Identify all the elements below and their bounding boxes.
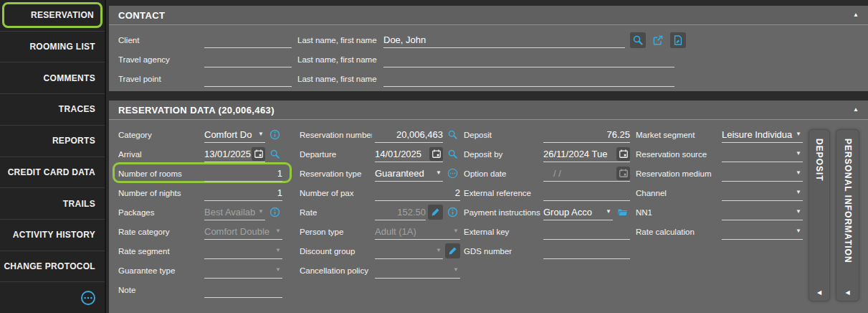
- contact-row-travel-agency: Travel agency Last name, first name: [109, 50, 868, 69]
- rate-calculation-label: Rate calculation: [636, 222, 719, 241]
- travel-agency-name-input[interactable]: [383, 50, 674, 69]
- nn1-label: NN1: [636, 202, 719, 222]
- discount-group-label: Discount group: [300, 241, 372, 261]
- contact-section-title: CONTACT: [118, 10, 165, 21]
- reservation-type-dropdown[interactable]: Guaranteed▼: [375, 164, 460, 183]
- calendar-icon[interactable]: [429, 147, 443, 161]
- chevron-down-icon: ▼: [436, 170, 442, 176]
- chevron-down-icon: ▼: [258, 131, 264, 137]
- search-icon[interactable]: [445, 146, 460, 162]
- travel-agency-code-input[interactable]: [204, 50, 292, 69]
- deposit-label: Deposit: [464, 125, 540, 144]
- name-column-label: Last name, first name: [297, 30, 382, 50]
- sidebar-item-rooming-list[interactable]: ROOMING LIST: [0, 32, 105, 63]
- note-input[interactable]: [204, 280, 282, 299]
- departure-date-input[interactable]: 14/01/2025: [375, 144, 460, 164]
- travel-agency-label: Travel agency: [118, 50, 201, 69]
- folder-icon[interactable]: [615, 205, 630, 220]
- calendar-icon[interactable]: [616, 147, 630, 161]
- collapse-section-icon[interactable]: ▲: [853, 107, 859, 113]
- sidebar-item-reports[interactable]: REPORTS: [0, 126, 105, 157]
- deposit-by-date-input[interactable]: 26/11/2024 Tue: [543, 144, 630, 164]
- reservation-type-label: Reservation type: [300, 164, 372, 183]
- tab-deposit[interactable]: DEPOSIT ◀: [809, 129, 830, 302]
- search-icon[interactable]: [267, 146, 282, 162]
- rate-calculation-dropdown[interactable]: ▼: [722, 222, 803, 241]
- number-of-pax-label: Number of pax: [300, 183, 372, 202]
- chevron-down-icon: ▼: [796, 228, 801, 234]
- ellipsis-icon[interactable]: [445, 166, 460, 181]
- category-dropdown[interactable]: Comfort Do▼: [204, 125, 282, 144]
- client-name-input[interactable]: Doe, John: [383, 30, 625, 50]
- open-external-icon[interactable]: [650, 32, 666, 48]
- reservation-window: RESERVATION ROOMING LIST COMMENTS TRACES…: [0, 0, 868, 313]
- reservation-number-label: Reservation number: [300, 125, 372, 144]
- profile-document-icon[interactable]: [670, 32, 686, 48]
- reservation-data-title: RESERVATION DATA (20,006,463): [118, 105, 275, 116]
- nn1-dropdown[interactable]: ▼: [722, 202, 803, 222]
- external-key-input[interactable]: [543, 222, 630, 241]
- channel-dropdown[interactable]: ▼: [722, 183, 803, 202]
- chevron-down-icon: ▼: [796, 131, 801, 137]
- reservation-number-input[interactable]: 20,006,463: [375, 125, 460, 144]
- deposit-input[interactable]: 76.25: [543, 125, 630, 144]
- rate-input: 152.50: [375, 202, 460, 222]
- info-icon[interactable]: [445, 205, 460, 220]
- payment-instructions-label: Payment instructions: [464, 202, 540, 222]
- tab-personal-information[interactable]: PERSONAL INFORMATION ◀: [836, 129, 859, 302]
- sidebar-item-reservation[interactable]: RESERVATION: [0, 0, 105, 32]
- discount-group-dropdown: ▼: [375, 241, 460, 261]
- more-options-icon[interactable]: [80, 290, 96, 306]
- sidebar-item-credit-card-data[interactable]: CREDIT CARD DATA: [0, 157, 105, 189]
- gds-number-input[interactable]: [543, 241, 630, 261]
- search-icon[interactable]: [445, 127, 460, 142]
- channel-label: Channel: [636, 183, 719, 202]
- market-segment-dropdown[interactable]: Leisure Individua▼: [722, 125, 803, 144]
- external-reference-input[interactable]: [543, 183, 630, 202]
- sidebar-item-activity-history[interactable]: ACTIVITY HISTORY: [0, 220, 105, 251]
- option-date-input[interactable]: / /: [543, 164, 630, 183]
- sidebar-item-label: ROOMING LIST: [29, 42, 95, 52]
- sidebar-item-label: COMMENTS: [44, 73, 95, 83]
- chevron-down-icon: ▼: [796, 151, 801, 156]
- rate-label: Rate: [300, 202, 372, 222]
- sidebar-more-row: [0, 282, 105, 313]
- info-icon[interactable]: [267, 205, 282, 220]
- collapse-section-icon[interactable]: ▲: [853, 12, 859, 18]
- rate-category-dropdown: Comfort Double▼: [204, 222, 282, 241]
- number-of-pax-input[interactable]: 2: [375, 183, 460, 202]
- travel-point-name-input[interactable]: [383, 69, 674, 88]
- arrival-date-input[interactable]: 13/01/2025: [204, 144, 282, 164]
- packages-label: Packages: [118, 202, 201, 222]
- reservation-source-dropdown[interactable]: ▼: [722, 144, 803, 164]
- info-icon[interactable]: [267, 127, 282, 142]
- calendar-icon[interactable]: [252, 147, 265, 161]
- name-column-label: Last name, first name: [297, 69, 382, 88]
- sidebar-item-traces[interactable]: TRACES: [0, 94, 105, 126]
- client-name-value: Doe, John: [383, 34, 625, 45]
- search-icon[interactable]: [630, 32, 646, 48]
- pencil-icon[interactable]: [445, 243, 460, 258]
- contact-row-travel-point: Travel point Last name, first name: [109, 69, 868, 88]
- market-segment-label: Market segment: [636, 125, 719, 144]
- contact-section-header: CONTACT ▲: [109, 6, 868, 25]
- pencil-icon[interactable]: [428, 205, 443, 220]
- name-column-label: Last name, first name: [297, 50, 382, 69]
- sidebar-item-change-protocol[interactable]: CHANGE PROTOCOL: [0, 251, 105, 283]
- active-highlight: RESERVATION: [2, 2, 102, 28]
- rate-segment-dropdown: ▼: [204, 241, 282, 261]
- client-code-input[interactable]: [204, 30, 292, 50]
- chevron-down-icon: ▼: [606, 209, 611, 215]
- number-of-nights-input[interactable]: 1: [204, 183, 282, 202]
- sidebar-item-comments[interactable]: COMMENTS: [0, 62, 105, 94]
- sidebar-item-trails[interactable]: TRAILS: [0, 188, 105, 220]
- guarantee-type-label: Guarantee type: [118, 261, 201, 280]
- tab-deposit-label: DEPOSIT: [814, 139, 824, 287]
- rate-segment-label: Rate segment: [118, 241, 201, 261]
- payment-instructions-dropdown[interactable]: Group Acco▼: [543, 202, 630, 222]
- cancellation-policy-dropdown: ▼: [375, 261, 460, 280]
- note-label: Note: [118, 280, 201, 299]
- travel-point-code-input[interactable]: [204, 69, 292, 88]
- reservation-medium-dropdown[interactable]: ▼: [722, 164, 803, 183]
- number-of-rooms-input[interactable]: 1: [204, 164, 282, 183]
